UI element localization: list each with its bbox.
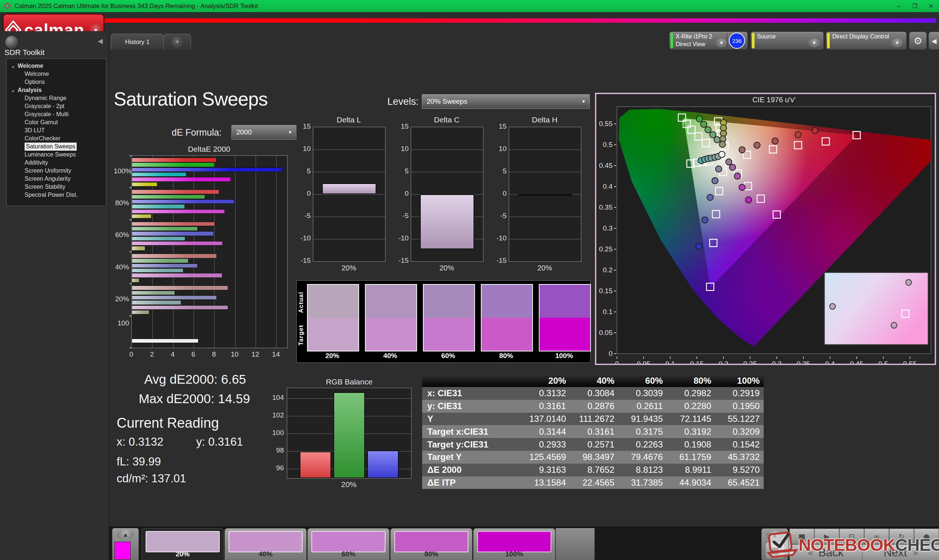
- bar-green-40%: [132, 258, 188, 263]
- avg-de2000-value: Avg dE2000: 6.65: [136, 372, 254, 387]
- y-tick: [130, 283, 131, 284]
- cie-measured-marker: [707, 194, 714, 200]
- chevron-down-icon: ▼: [715, 38, 728, 47]
- bar-red-60%: [132, 222, 215, 226]
- bar-magenta-80%: [132, 209, 225, 214]
- sidebar-item-saturation-sweeps[interactable]: Saturation Sweeps: [6, 143, 106, 151]
- next-button[interactable]: Next »: [862, 544, 939, 560]
- table-row-Target-x-CIE31: Target x:CIE310.31440.31610.31750.31920.…: [422, 425, 764, 438]
- stop-button[interactable]: ■: [765, 542, 785, 559]
- tree-expander-icon[interactable]: ◢: [11, 86, 14, 95]
- sidebar-sphere-button[interactable]: [5, 36, 19, 49]
- transport-stop-button[interactable]: ■: [789, 528, 814, 544]
- settings-button[interactable]: ⚙: [909, 32, 927, 50]
- collapse-panel-button[interactable]: ◀: [928, 32, 939, 50]
- table-row-label: Target x:CIE31: [422, 426, 521, 437]
- sidebar-item-screen-stability[interactable]: Screen Stability: [6, 183, 106, 191]
- pattern-tile-20%[interactable]: 20%: [142, 528, 224, 560]
- bar-yellow-100%: [132, 182, 157, 187]
- sidebar-item-color-gamut[interactable]: Color Gamut: [6, 118, 106, 126]
- cie-y-tick-label: 0.15: [599, 287, 612, 295]
- bar-magenta-40%: [132, 273, 222, 278]
- tile-label: 60%: [308, 550, 389, 558]
- meter-dropdown[interactable]: X-Rite i1Pro 2 Direct View ▼ 236: [669, 32, 748, 50]
- refresh-icon: ↻: [899, 532, 905, 541]
- cie-measured-marker: [739, 185, 745, 191]
- table-cell: 0.2280: [666, 401, 715, 411]
- cie-measured-marker: [739, 146, 745, 153]
- de-formula-dropdown[interactable]: 2000 ▼: [231, 125, 296, 140]
- y-tick: [130, 315, 131, 316]
- chevron-left-icon: ◀: [932, 37, 937, 45]
- sidebar-item-spectral-power-dist[interactable]: Spectral Power Dist.: [6, 191, 106, 199]
- sidebar-item-label: Screen Uniformity: [25, 168, 71, 174]
- pattern-tile-40%[interactable]: 40%: [225, 528, 307, 560]
- swatch-target: [482, 318, 532, 351]
- sidebar-item-options[interactable]: Options: [6, 78, 106, 86]
- cie-x-tick-label: 0.35: [797, 360, 810, 363]
- meter-badge-zone[interactable]: 236: [727, 33, 746, 48]
- table-row-x-CIE31: x: CIE310.31320.30840.30390.29820.2919: [422, 387, 764, 400]
- table-column-header: 40%: [570, 375, 618, 386]
- source-dropdown[interactable]: Source ▼: [751, 32, 824, 50]
- delta_h-plot-area: [509, 127, 581, 262]
- de-formula-value: 2000: [236, 128, 251, 136]
- minimize-button[interactable]: –: [891, 0, 907, 12]
- back-button[interactable]: « Back: [789, 544, 862, 560]
- levels-label: Levels:: [387, 96, 419, 108]
- sidebar-item-colorchecker[interactable]: ColorChecker: [6, 134, 106, 143]
- swatch-100%: [539, 284, 591, 351]
- sidebar-item-welcome[interactable]: ◢Welcome: [6, 62, 106, 70]
- table-cell: 44.9034: [666, 477, 715, 488]
- y-tick-label: 100: [271, 429, 284, 437]
- transport-refresh-button[interactable]: ↻: [889, 528, 914, 544]
- table-cell: 61.1759: [666, 452, 715, 462]
- capture-up-button[interactable]: ▲: [766, 530, 783, 540]
- table-cell: 0.3084: [570, 388, 618, 398]
- pattern-tile-100%[interactable]: 100%: [473, 528, 555, 560]
- tile-label: 40%: [225, 550, 306, 558]
- tree-expander-icon[interactable]: ◢: [11, 62, 14, 70]
- maximize-button[interactable]: ❐: [907, 0, 923, 12]
- y-tick-label: 15: [395, 122, 409, 131]
- pattern-up-button[interactable]: ▲: [117, 529, 134, 540]
- tab-history-1[interactable]: History 1: [111, 34, 164, 50]
- bar-cyan-60%: [132, 236, 185, 241]
- sidebar-item-3d-lut[interactable]: 3D LUT: [6, 126, 106, 134]
- gridline: [313, 239, 385, 239]
- sidebar-item-screen-angularity[interactable]: Screen Angularity: [6, 175, 106, 183]
- table-cell: 45.3732: [715, 452, 763, 462]
- x-tick-label: 14: [270, 350, 281, 358]
- close-button[interactable]: ✕: [923, 0, 939, 12]
- transport-play-button[interactable]: ▶: [814, 528, 839, 544]
- transport-meter-button[interactable]: ∞: [864, 528, 889, 544]
- sidebar-item-additivity[interactable]: Additivity: [6, 159, 106, 167]
- gridline: [509, 149, 581, 150]
- sidebar-item-screen-uniformity[interactable]: Screen Uniformity: [6, 167, 106, 175]
- table-column-header: 20%: [521, 375, 570, 386]
- pattern-tile-60%[interactable]: 60%: [307, 528, 390, 560]
- sidebar-item-dynamic-range[interactable]: Dynamic Range: [6, 94, 106, 102]
- y-tick: [130, 187, 131, 188]
- transport-frame-button[interactable]: ⊡: [839, 528, 864, 544]
- page-title: Saturation Sweeps: [114, 88, 268, 110]
- swatch-80%: [481, 284, 533, 351]
- sidebar-item-analysis[interactable]: ◢Analysis: [6, 86, 106, 94]
- transport-record-button[interactable]: ●: [914, 528, 939, 544]
- cie-x-tick-label: 0.5: [879, 360, 888, 363]
- bar-green-80%: [132, 195, 205, 199]
- pattern-tile-80%[interactable]: 80%: [390, 528, 472, 560]
- table-cell: 9.5270: [715, 465, 763, 475]
- add-tab-button[interactable]: +: [163, 34, 191, 50]
- sidebar-item-grayscale-2pt[interactable]: Grayscale - 2pt: [6, 102, 106, 110]
- sidebar-item-grayscale-multi[interactable]: Grayscale - Multi: [6, 110, 106, 118]
- sidebar-item-luminance-sweeps[interactable]: Luminance Sweeps: [6, 151, 106, 159]
- cie-measured-marker: [702, 217, 708, 223]
- sidebar-item-welcome[interactable]: Welcome: [6, 70, 106, 78]
- display-control-dropdown[interactable]: Direct Display Control ▼: [826, 32, 907, 50]
- sidebar-collapse-icon[interactable]: ◀: [97, 37, 103, 45]
- cie-measured-marker: [714, 137, 720, 143]
- cie-y-tick-label: 0.3: [603, 224, 612, 232]
- levels-dropdown[interactable]: 20% Sweeps ▼: [422, 94, 590, 109]
- plus-icon: +: [172, 37, 183, 48]
